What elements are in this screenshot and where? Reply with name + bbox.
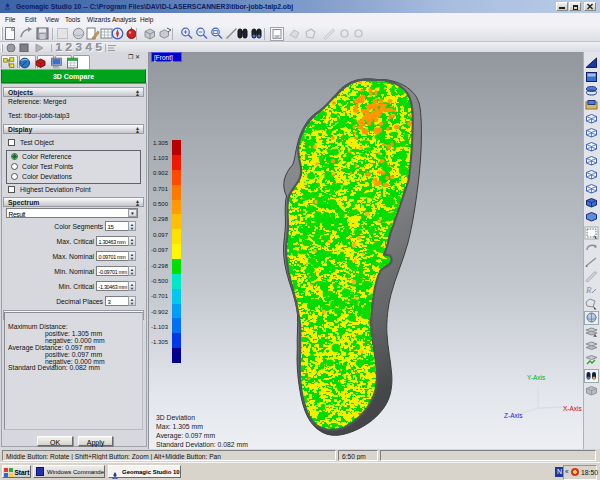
svg-text:Y-Axis: Y-Axis bbox=[527, 374, 546, 381]
svg-text:R: R bbox=[585, 285, 592, 295]
svg-text:X-Axis: X-Axis bbox=[563, 405, 583, 412]
svg-text:Z-Axis: Z-Axis bbox=[504, 412, 523, 419]
